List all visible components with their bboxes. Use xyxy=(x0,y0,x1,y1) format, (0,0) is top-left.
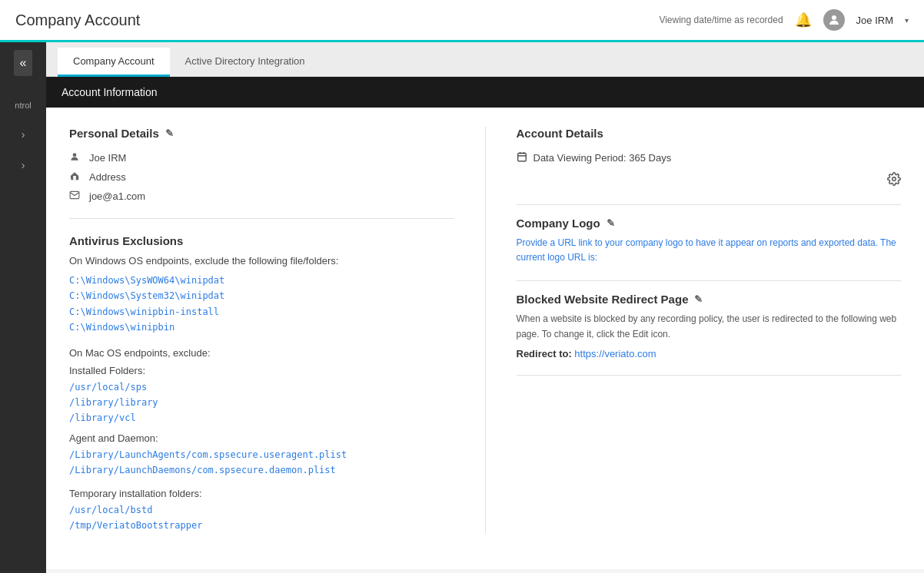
svg-point-1 xyxy=(73,153,77,157)
user-dropdown-arrow[interactable]: ▾ xyxy=(905,16,909,25)
content-area: Company Account Active Directory Integra… xyxy=(46,42,924,573)
data-period-value: Data Viewing Period: 365 Days xyxy=(533,152,672,164)
redirect-to-row: Redirect to: https://veriato.com xyxy=(517,348,902,359)
chevron-down-icon-2: › xyxy=(22,159,25,171)
list-item: C:\Windows\winipbin-install xyxy=(69,304,454,320)
right-divider-1 xyxy=(517,204,902,205)
right-divider-2 xyxy=(517,280,902,281)
calendar-icon xyxy=(517,151,527,164)
blocked-redirect-header: Blocked Website Redirect Page ✎ xyxy=(517,293,902,306)
company-logo-edit-icon[interactable]: ✎ xyxy=(607,217,615,229)
list-item: /tmp/VeriatoBootstrapper xyxy=(69,518,454,533)
temp-folders-label: Temporary installation folders: xyxy=(69,488,454,499)
tab-active-directory[interactable]: Active Directory Integration xyxy=(170,48,321,77)
viewing-text: Viewing date/time as recorded xyxy=(659,15,783,25)
company-logo-description: Provide a URL link to your company logo … xyxy=(517,236,902,265)
blocked-redirect-edit-icon[interactable]: ✎ xyxy=(694,293,703,305)
sidebar-collapse-button[interactable]: « xyxy=(14,50,33,76)
divider-1 xyxy=(69,218,454,219)
personal-name-row: Joe IRM xyxy=(69,151,454,164)
top-header: Company Account Viewing date/time as rec… xyxy=(0,0,924,42)
data-period-row: Data Viewing Period: 365 Days xyxy=(517,151,902,164)
chevron-down-icon: › xyxy=(22,128,25,141)
page-title: Company Account xyxy=(15,12,140,29)
list-item: /Library/LaunchAgents/com.spsecure.usera… xyxy=(69,447,454,462)
sidebar-item-control[interactable]: ntrol xyxy=(0,91,46,119)
list-item: /usr/local/sps xyxy=(69,379,454,395)
list-item: C:\Windows\System32\winipdat xyxy=(69,288,454,303)
svg-point-0 xyxy=(832,15,836,20)
list-item: /Library/LaunchDaemons/com.spsecure.daem… xyxy=(69,462,454,478)
tabs-bar: Company Account Active Directory Integra… xyxy=(46,42,924,77)
home-icon xyxy=(69,171,81,184)
address-value: Address xyxy=(89,171,126,183)
company-logo-title: Company Logo ✎ xyxy=(517,217,615,230)
personal-address-row: Address xyxy=(69,171,454,184)
list-item: C:\Windows\winipbin xyxy=(69,320,454,335)
main-layout: « ntrol › › Company Account Active Direc… xyxy=(0,42,924,573)
list-item: C:\Windows\SysWOW64\winipdat xyxy=(69,273,454,288)
installed-folders-label: Installed Folders: xyxy=(69,365,454,376)
redirect-url[interactable]: https://veriato.com xyxy=(574,348,656,359)
section-header: Account Information xyxy=(46,77,924,108)
right-column: Account Details Data Viewing Period: 365… xyxy=(517,127,902,533)
user-name[interactable]: Joe IRM xyxy=(856,15,893,26)
list-item: /usr/local/bstd xyxy=(69,502,454,518)
sidebar: « ntrol › › xyxy=(0,42,46,573)
personal-details-edit-icon[interactable]: ✎ xyxy=(165,128,174,139)
sidebar-item-1[interactable]: › xyxy=(0,119,46,150)
user-name-value: Joe IRM xyxy=(89,152,126,164)
two-column-layout: Personal Details ✎ Joe IRM Address xyxy=(69,127,901,533)
blocked-redirect-description: When a website is blocked by any recordi… xyxy=(517,312,902,341)
header-right: Viewing date/time as recorded 🔔 Joe IRM … xyxy=(659,9,909,31)
email-value: joe@a1.com xyxy=(89,190,145,202)
windows-paths: C:\Windows\SysWOW64\winipdat C:\Windows\… xyxy=(69,273,454,336)
tab-company-account[interactable]: Company Account xyxy=(58,48,170,77)
mac-intro: On Mac OS endpoints, exclude: xyxy=(69,347,454,359)
agent-daemon-paths: /Library/LaunchAgents/com.spsecure.usera… xyxy=(69,447,454,479)
page-body: Personal Details ✎ Joe IRM Address xyxy=(46,108,924,569)
sidebar-item-label: ntrol xyxy=(15,101,31,110)
company-logo-header: Company Logo ✎ xyxy=(517,217,902,230)
agent-daemon-label: Agent and Daemon: xyxy=(69,432,454,444)
svg-rect-3 xyxy=(517,153,526,161)
blocked-redirect-title: Blocked Website Redirect Page ✎ xyxy=(517,293,703,306)
left-column: Personal Details ✎ Joe IRM Address xyxy=(69,127,486,533)
avatar xyxy=(823,9,845,31)
account-details-title: Account Details xyxy=(517,127,902,140)
installed-folders: /usr/local/sps /library/library /library… xyxy=(69,379,454,426)
temp-paths: /usr/local/bstd /tmp/VeriatoBootstrapper xyxy=(69,502,454,534)
company-logo-section: Company Logo ✎ Provide a URL link to you… xyxy=(517,217,902,265)
antivirus-title: Antivirus Exclusions xyxy=(69,234,454,247)
list-item: /library/vcl xyxy=(69,410,454,426)
email-icon xyxy=(69,190,81,203)
personal-details-title: Personal Details ✎ xyxy=(69,127,454,140)
bell-icon[interactable]: 🔔 xyxy=(795,12,812,28)
account-details-section: Account Details Data Viewing Period: 365… xyxy=(517,127,902,189)
person-icon xyxy=(69,151,81,164)
gear-icon[interactable] xyxy=(887,172,901,189)
list-item: /library/library xyxy=(69,395,454,410)
redirect-label: Redirect to: xyxy=(517,348,572,359)
personal-email-row: joe@a1.com xyxy=(69,190,454,203)
right-divider-3 xyxy=(517,375,902,376)
windows-intro: On Windows OS endpoints, exclude the fol… xyxy=(69,255,454,267)
sidebar-item-2[interactable]: › xyxy=(0,150,46,181)
svg-point-4 xyxy=(892,177,896,181)
blocked-redirect-section: Blocked Website Redirect Page ✎ When a w… xyxy=(517,293,902,359)
